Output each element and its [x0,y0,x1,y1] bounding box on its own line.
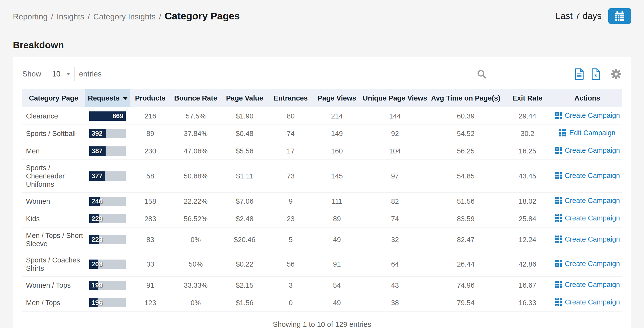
create-campaign-link[interactable]: Create Campaign [555,111,620,120]
column-header-page-value[interactable]: Page Value [221,89,268,107]
table-row: Sports / Softball3928937.84%$0.487414992… [22,125,622,142]
avg-time-cell: 82.47 [429,228,502,252]
breadcrumb-item-reporting[interactable]: Reporting [13,12,48,21]
unique-page-views-cell: 43 [361,276,429,294]
avg-time-cell: 54.85 [429,160,502,192]
requests-cell: 223 [85,228,130,252]
create-campaign-link[interactable]: Create Campaign [555,280,620,289]
requests-value: 392 [92,130,102,138]
chevron-down-icon [66,73,70,75]
page-views-cell: 91 [313,252,361,276]
requests-bar: 387 [89,146,126,156]
action-label: Create Campaign [565,172,620,180]
table-row: Sports / Coaches Shirts2033350%$0.225691… [22,252,622,276]
page-value-cell: $0.48 [221,125,268,142]
unique-page-views-cell: 97 [361,160,429,192]
bounce-rate-cell: 0% [170,294,221,312]
exit-rate-cell: 16.25 [502,142,553,160]
entrances-cell: 80 [268,107,313,125]
table-row: Women / Tops1999133.33%$2.153544374.9616… [22,276,622,294]
page-value-cell: $1.56 [221,294,268,312]
export-doc-icon [574,68,584,80]
settings-button[interactable] [610,68,622,80]
column-header-requests[interactable]: Requests [85,89,130,107]
table-row: Sports / Cheerleader Uniforms3775850.68%… [22,160,622,192]
actions-cell: Create Campaign [553,107,622,125]
column-header-avg-time[interactable]: Avg Time on Page(s) [429,89,502,107]
create-campaign-link[interactable]: Create Campaign [555,260,620,268]
page-views-cell: 214 [313,107,361,125]
requests-value: 203 [92,260,102,268]
page-size-select[interactable]: 10 [46,67,75,81]
requests-cell: 387 [85,142,130,160]
export-excel-button[interactable]: x [590,68,601,80]
breadcrumb-item-insights[interactable]: Insights [56,12,84,21]
requests-value: 377 [92,172,102,180]
search-icon [476,69,487,79]
requests-cell: 246 [85,192,130,210]
unique-page-views-cell: 74 [361,210,429,228]
campaign-grid-icon [555,298,562,306]
requests-bar: 377 [89,172,126,181]
column-header-bounce-rate[interactable]: Bounce Rate [170,89,221,107]
category-page-cell: Kids [22,210,85,228]
action-label: Create Campaign [565,280,620,289]
table-header-row: Category Page Requests Products Bounce R… [22,89,622,107]
requests-bar: 392 [89,129,126,138]
requests-value: 246 [92,197,102,206]
create-campaign-link[interactable]: Create Campaign [555,172,620,180]
campaign-grid-icon [559,129,566,136]
column-header-exit-rate[interactable]: Exit Rate [502,89,553,107]
breadcrumb-separator: / [159,12,161,21]
page: Reporting / Insights / Category Insights… [0,0,644,328]
column-header-actions[interactable]: Actions [553,89,622,107]
show-label: Show [22,70,41,78]
campaign-grid-icon [555,112,562,119]
calendar-icon [614,10,625,22]
campaign-grid-icon [555,214,562,222]
actions-cell: Create Campaign [553,276,622,294]
entrances-cell: 73 [268,160,313,192]
page-views-cell: 49 [313,294,361,312]
pagination-summary: Showing 1 to 10 of 129 entries [22,320,622,328]
breadcrumb-item-category-insights[interactable]: Category Insights [93,12,156,21]
create-campaign-link[interactable]: Create Campaign [555,298,620,306]
category-page-cell: Women [22,192,85,210]
table-row: Men / Tops1961230%$1.560493879.5416.33 C… [22,294,622,312]
column-header-category-page[interactable]: Category Page [22,89,85,107]
unique-page-views-cell: 92 [361,125,429,142]
exit-rate-cell: 42.86 [502,252,553,276]
exit-rate-cell: 16.67 [502,276,553,294]
search-input[interactable] [492,67,561,81]
exit-rate-cell: 25.84 [502,210,553,228]
calendar-button[interactable] [608,8,631,24]
unique-page-views-cell: 104 [361,142,429,160]
entrances-cell: 9 [268,192,313,210]
edit-campaign-link[interactable]: Edit Campaign [559,129,615,137]
export-excel-icon: x [590,68,601,80]
action-label: Create Campaign [565,111,620,120]
create-campaign-link[interactable]: Create Campaign [555,196,620,205]
create-campaign-link[interactable]: Create Campaign [555,214,620,222]
requests-bar: 203 [89,260,126,269]
table-controls: Show 10 entries [22,67,622,81]
action-label: Create Campaign [565,214,620,222]
category-page-cell: Men / Tops [22,294,85,312]
avg-time-cell: 83.59 [429,210,502,228]
page-value-cell: $1.90 [221,107,268,125]
bounce-rate-cell: 57.5% [170,107,221,125]
column-header-page-views[interactable]: Page Views [313,89,361,107]
column-header-unique-page-views[interactable]: Unique Page Views [361,89,429,107]
export-doc-button[interactable] [574,68,584,80]
column-header-entrances[interactable]: Entrances [268,89,313,107]
column-header-products[interactable]: Products [130,89,170,107]
requests-cell: 229 [85,210,130,228]
entrances-cell: 17 [268,142,313,160]
entrances-cell: 56 [268,252,313,276]
bounce-rate-cell: 33.33% [170,276,221,294]
avg-time-cell: 54.52 [429,125,502,142]
create-campaign-link[interactable]: Create Campaign [555,235,620,243]
avg-time-cell: 79.54 [429,294,502,312]
create-campaign-link[interactable]: Create Campaign [555,146,620,154]
page-size-control: Show 10 entries [22,67,102,81]
